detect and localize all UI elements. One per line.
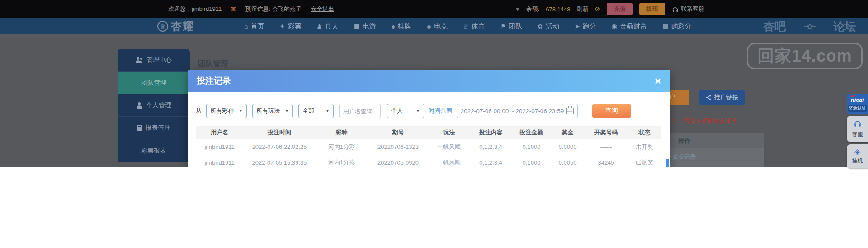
query-button[interactable]: 查询: [592, 104, 631, 118]
nav-item-activity[interactable]: ✿活动: [538, 22, 559, 31]
reserved-info: 预留信息: 会飞的燕子: [245, 5, 302, 13]
nav-label: 棋牌: [397, 22, 411, 31]
nav-item-wealth[interactable]: ◉金鼎财富: [612, 22, 647, 31]
calendar-icon[interactable]: [566, 108, 574, 114]
modal-title: 投注记录: [197, 75, 231, 87]
date-range-value: 2022-07-06 00:00 ~ 2022-07-06 23:59: [461, 108, 564, 114]
col-amount[interactable]: 投注金额: [512, 126, 551, 139]
site-logo[interactable]: ♛ 杏耀: [157, 19, 194, 33]
username-search-input[interactable]: [339, 104, 381, 118]
col-status[interactable]: 状态: [627, 126, 661, 139]
top-bar-left: 欢迎您，jimbird1911 ✉ 预留信息: 会飞的燕子 安全退出: [168, 5, 334, 13]
nav-label: 电竞: [434, 22, 448, 31]
withdraw-button[interactable]: 提现: [639, 3, 665, 15]
coin-icon: ◉: [612, 23, 617, 30]
nav-item-live[interactable]: ♟真人: [316, 22, 339, 31]
sidebar-item-report-management[interactable]: 报表管理: [118, 117, 190, 139]
sidebar-item-admin-center[interactable]: 管理中心: [118, 49, 190, 72]
eye-slash-icon[interactable]: ⊘: [594, 5, 600, 13]
chevron-down-icon: ▼: [326, 109, 330, 113]
col-numbers[interactable]: 开奖号码: [585, 126, 627, 139]
watermark-left-text: 杏吧: [763, 19, 786, 34]
cell-amount: 0.1000: [512, 155, 551, 167]
date-range-input[interactable]: 2022-07-06 00:00 ~ 2022-07-06 23:59: [457, 104, 578, 118]
filter-bar: 从 所有彩种▼ 所有玩法▼ 全部▼ 个人▼ 时间范围: 2022-07-06 0…: [196, 103, 662, 119]
chevron-down-icon: ▼: [285, 109, 289, 113]
col-issue[interactable]: 期号: [368, 126, 429, 139]
cell-username: jimbird1911: [196, 139, 243, 155]
chevron-down-icon[interactable]: ▼: [515, 7, 520, 12]
cell-prize: 0.0000: [551, 139, 585, 155]
promo-link-button[interactable]: 推广链接: [699, 90, 745, 105]
customer-service-widget[interactable]: 客服: [847, 116, 868, 142]
lottery-type-value: 所有彩种: [210, 107, 234, 115]
nav-item-esports[interactable]: ◈电竞: [426, 22, 448, 31]
person-icon: [136, 102, 142, 109]
status-badge: 未开奖: [627, 139, 661, 155]
nav-label: 团队: [509, 22, 522, 31]
cell-content: 0,1,2,3,4: [469, 155, 512, 167]
sidebar-item-label: 报表管理: [146, 124, 171, 132]
logout-link[interactable]: 安全退出: [311, 5, 334, 13]
document-icon: [137, 125, 142, 131]
card-suit-icon: ♠: [392, 23, 395, 30]
customer-service-label: 客服: [849, 131, 866, 138]
watermark-site-box: 回家14.com: [747, 43, 863, 69]
gamepad-icon: ◈: [426, 23, 431, 30]
crown-logo-icon: ♛: [157, 21, 168, 32]
sidebar-item-team-management[interactable]: 团队管理: [118, 72, 190, 94]
contact-service[interactable]: 联系客服: [672, 5, 704, 13]
play-type-select[interactable]: 所有玩法▼: [252, 104, 293, 118]
cell-lottery: 河内1分彩: [316, 155, 368, 167]
sidebar-item-personal-management[interactable]: 个人管理: [118, 94, 190, 117]
floating-widgets: nicai 奖源认证 客服 ◈ 挂机: [847, 94, 868, 168]
people-icon: [136, 57, 143, 63]
content-area: 管理中心 团队管理 个人管理 报表管理 彩票报表 团队管理 注册开户 推广链接 …: [0, 34, 868, 167]
sidebar-item-label: 管理中心: [146, 56, 172, 64]
scope-value: 全部: [302, 107, 314, 115]
lottery-type-select[interactable]: 所有彩种▼: [206, 104, 247, 118]
cell-numbers: 34245: [585, 155, 627, 167]
close-icon[interactable]: ×: [655, 75, 661, 87]
bet-record-table: 用户名 投注时间 彩种 期号 玩法 投注内容 投注金额 奖金 开奖号码 状态: [196, 126, 661, 167]
welcome-text: 欢迎您，jimbird1911: [168, 5, 222, 13]
nav-item-lottery[interactable]: ✦彩票: [279, 22, 301, 31]
scope-select[interactable]: 全部▼: [298, 104, 334, 118]
col-bet-time[interactable]: 投注时间: [243, 126, 316, 139]
ops-column-header: 操作: [678, 137, 691, 145]
col-lottery[interactable]: 彩种: [316, 126, 368, 139]
sidebar-item-lottery-report[interactable]: 彩票报表: [118, 139, 190, 162]
col-play[interactable]: 玩法: [429, 126, 469, 139]
ticket-icon: ✦: [279, 23, 285, 30]
nav-item-cards[interactable]: ♠棋牌: [392, 22, 411, 31]
nav-item-team[interactable]: ⚑团队: [500, 22, 523, 31]
hangup-widget[interactable]: ◈ 挂机: [847, 144, 868, 168]
refresh-link[interactable]: 刷新: [576, 5, 588, 13]
balance-value: 678.1448: [546, 6, 570, 13]
person-select[interactable]: 个人▼: [387, 104, 424, 118]
col-content[interactable]: 投注内容: [469, 126, 512, 139]
recharge-button[interactable]: 充值: [607, 3, 633, 15]
sort-hint-note: 注：可点击标题修改排序: [672, 117, 737, 125]
sidebar: 管理中心 团队管理 个人管理 报表管理 彩票报表: [118, 49, 190, 162]
mail-icon[interactable]: ✉: [231, 5, 236, 13]
col-prize[interactable]: 奖金: [551, 126, 585, 139]
nav-item-paofen[interactable]: ➤跑分: [575, 22, 596, 31]
bet-record-modal: 投注记录 × 从 所有彩种▼ 所有玩法▼ 全部▼ 个人▼ 时间范围: 2022-…: [188, 70, 670, 167]
time-range-label: 时间范围:: [429, 107, 454, 115]
nav-item-home[interactable]: ⌂首页: [244, 22, 264, 31]
nav-item-sports[interactable]: ♕体育: [463, 22, 485, 31]
col-username[interactable]: 用户名: [196, 126, 243, 139]
site-logo-text: 杏耀: [171, 19, 194, 33]
cell-issue: 20220705-0920: [368, 155, 429, 167]
nicai-cert-widget[interactable]: nicai 奖源认证: [847, 94, 868, 114]
nav-label: 活动: [546, 22, 559, 31]
watermark-right-text: 论坛: [833, 19, 856, 34]
nav-item-goucaifen[interactable]: ▤购彩分: [662, 22, 691, 31]
table-scrollbar[interactable]: [666, 159, 669, 167]
nav-label: 电游: [363, 22, 376, 31]
home-icon: ⌂: [244, 23, 248, 30]
nav-label: 购彩分: [671, 22, 691, 31]
nav-item-slots[interactable]: ▦电游: [354, 22, 376, 31]
nicai-logo: nicai: [848, 96, 867, 103]
